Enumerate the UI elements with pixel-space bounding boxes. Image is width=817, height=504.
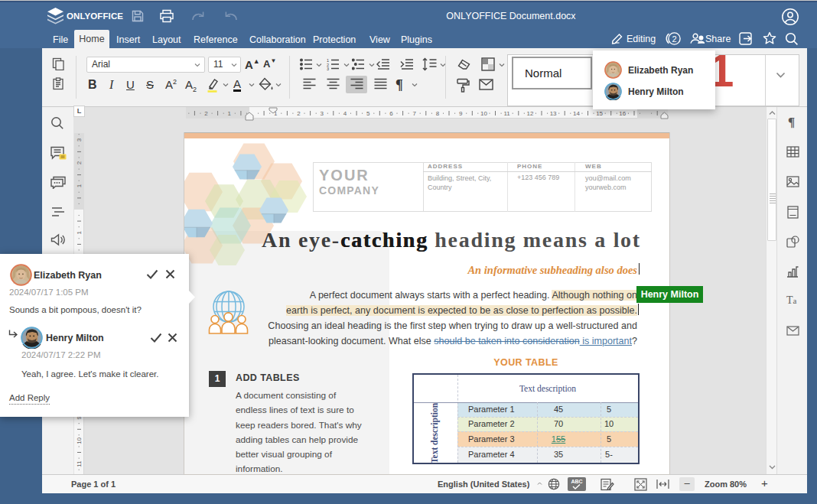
svg-text:2: 2: [297, 110, 301, 117]
svg-text:11: 11: [503, 110, 510, 117]
svg-text:3: 3: [76, 138, 83, 141]
svg-text:1: 1: [228, 110, 232, 117]
svg-text:2: 2: [672, 34, 676, 44]
svg-text:8: 8: [436, 110, 440, 117]
svg-text:2: 2: [76, 161, 83, 164]
svg-text:1: 1: [76, 230, 83, 234]
svg-text:14: 14: [573, 110, 580, 117]
svg-text:15: 15: [596, 110, 603, 117]
svg-text:9: 9: [459, 110, 463, 117]
svg-text:4: 4: [343, 110, 347, 117]
svg-text:10: 10: [480, 110, 487, 117]
svg-text:12: 12: [526, 110, 533, 117]
svg-text:13: 13: [550, 110, 557, 117]
svg-text:10: 10: [76, 437, 83, 444]
svg-text:1: 1: [76, 184, 83, 187]
svg-text:11: 11: [76, 460, 83, 467]
svg-text:3: 3: [320, 110, 324, 117]
svg-text:7: 7: [412, 110, 416, 117]
svg-text:5: 5: [366, 110, 370, 117]
svg-text:6: 6: [389, 110, 393, 117]
svg-text:16: 16: [619, 110, 626, 117]
svg-text:2: 2: [204, 110, 208, 117]
svg-text:3: 3: [327, 67, 329, 70]
